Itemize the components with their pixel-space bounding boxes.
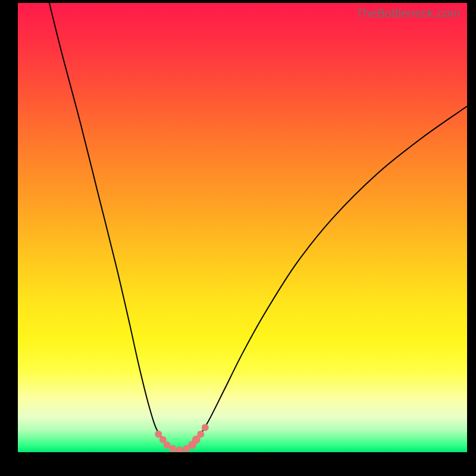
curve-marker <box>170 445 177 452</box>
curve-marker <box>202 424 209 431</box>
bottleneck-curve <box>18 3 467 452</box>
watermark-text: TheBottleneck.com <box>356 7 460 20</box>
curve-markers <box>155 424 209 453</box>
curve-marker <box>197 431 204 438</box>
chart-plot-area: TheBottleneck.com <box>18 3 467 452</box>
curve-marker <box>176 446 183 452</box>
curve-path <box>49 3 467 450</box>
